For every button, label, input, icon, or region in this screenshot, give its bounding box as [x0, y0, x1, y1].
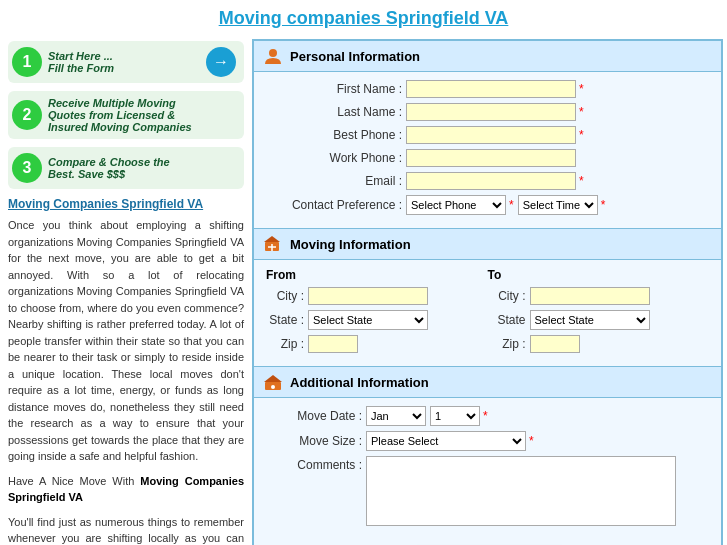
moving-icon	[262, 233, 284, 255]
to-city-row: City :	[488, 287, 710, 305]
from-zip-row: Zip :	[266, 335, 488, 353]
sidebar-body1: Once you think about employing a shiftin…	[8, 217, 244, 465]
to-state-dropdown[interactable]: Select State ALAKAZAR CACOCTDE FLGAHIID …	[530, 310, 650, 330]
step3-text: Compare & Choose theBest. Save $$$	[48, 156, 236, 180]
personal-info-title: Personal Information	[290, 49, 420, 64]
move-size-required: *	[529, 434, 534, 448]
step1-number: 1	[12, 47, 42, 77]
move-size-dropdown[interactable]: Please Select Studio 1 Bedroom 2 Bedroom…	[366, 431, 526, 451]
best-phone-input[interactable]	[406, 126, 576, 144]
move-size-row: Move Size : Please Select Studio 1 Bedro…	[266, 431, 709, 451]
to-zip-input[interactable]	[530, 335, 580, 353]
move-day-dropdown[interactable]: 12345 678910 1112131415 1617181920 21222…	[430, 406, 480, 426]
step2-number: 2	[12, 100, 42, 130]
move-date-row: Move Date : JanFebMarApr MayJunJulAug Se…	[266, 406, 709, 426]
step3-item: 3 Compare & Choose theBest. Save $$$	[8, 147, 244, 189]
from-zip-input[interactable]	[308, 335, 358, 353]
last-name-row: Last Name : *	[266, 103, 709, 121]
best-phone-row: Best Phone : *	[266, 126, 709, 144]
email-required: *	[579, 174, 584, 188]
first-name-label: First Name :	[266, 82, 406, 96]
work-phone-label: Work Phone :	[266, 151, 406, 165]
from-state-dropdown[interactable]: Select State ALAKAZAR CACOCTDE FLGAHIID …	[308, 310, 428, 330]
last-name-label: Last Name :	[266, 105, 406, 119]
contact-pref-label: Contact Preference :	[266, 198, 406, 212]
additional-icon	[262, 371, 284, 393]
last-name-input[interactable]	[406, 103, 576, 121]
email-input[interactable]	[406, 172, 576, 190]
first-name-input[interactable]	[406, 80, 576, 98]
step3-number: 3	[12, 153, 42, 183]
additional-info-body: Move Date : JanFebMarApr MayJunJulAug Se…	[254, 398, 721, 539]
step2-item: 2 Receive Multiple MovingQuotes from Lic…	[8, 91, 244, 139]
page-title: Moving companies Springfield VA	[0, 0, 727, 35]
from-col: From City : State : Select State ALAKAZA…	[266, 268, 488, 358]
to-zip-label: Zip :	[488, 337, 530, 351]
contact-pref-row: Contact Preference : Select Phone Home W…	[266, 195, 709, 215]
svg-point-7	[271, 385, 275, 389]
to-col: To City : State Select State ALAKAZAR CA…	[488, 268, 710, 358]
step1-arrow: →	[206, 47, 236, 77]
select-phone-dropdown[interactable]: Select Phone Home Work Cell	[406, 195, 506, 215]
to-state-row: State Select State ALAKAZAR CACOCTDE FLG…	[488, 310, 710, 330]
comments-row: Comments :	[266, 456, 709, 526]
step2-text: Receive Multiple MovingQuotes from Licen…	[48, 97, 236, 133]
personal-icon	[262, 45, 284, 67]
moving-info-header: Moving Information	[254, 229, 721, 260]
from-state-label: State :	[266, 313, 308, 327]
to-state-label: State	[488, 313, 530, 327]
sidebar-body2: You'll find just as numerous things to r…	[8, 514, 244, 546]
to-zip-row: Zip :	[488, 335, 710, 353]
work-phone-row: Work Phone :	[266, 149, 709, 167]
move-date-label: Move Date :	[266, 409, 366, 423]
select-time-dropdown[interactable]: Select Time Morning Afternoon Evening	[518, 195, 598, 215]
step1-item: 1 Start Here ...Fill the Form →	[8, 41, 244, 83]
comments-textarea[interactable]	[366, 456, 676, 526]
from-city-row: City :	[266, 287, 488, 305]
move-size-label: Move Size :	[266, 434, 366, 448]
moving-info-body: From City : State : Select State ALAKAZA…	[254, 260, 721, 366]
first-name-row: First Name : *	[266, 80, 709, 98]
sidebar: 1 Start Here ...Fill the Form → 2 Receiv…	[0, 35, 252, 545]
from-label: From	[266, 268, 488, 282]
svg-marker-2	[264, 236, 280, 242]
sidebar-subheading: Have A Nice Move With Moving Companies S…	[8, 473, 244, 506]
from-state-row: State : Select State ALAKAZAR CACOCTDE F…	[266, 310, 488, 330]
email-label: Email :	[266, 174, 406, 188]
from-city-label: City :	[266, 289, 308, 303]
moving-info-title: Moving Information	[290, 237, 411, 252]
first-name-required: *	[579, 82, 584, 96]
best-phone-required: *	[579, 128, 584, 142]
best-phone-label: Best Phone :	[266, 128, 406, 142]
phone-required: *	[509, 198, 514, 212]
from-city-input[interactable]	[308, 287, 428, 305]
additional-info-header: Additional Information	[254, 367, 721, 398]
to-label: To	[488, 268, 710, 282]
comments-label: Comments :	[266, 456, 366, 472]
from-zip-label: Zip :	[266, 337, 308, 351]
step1-text: Start Here ...Fill the Form	[48, 50, 206, 74]
svg-point-0	[269, 49, 277, 57]
move-date-required: *	[483, 409, 488, 423]
email-row: Email : *	[266, 172, 709, 190]
personal-info-body: First Name : * Last Name : * Best Phone …	[254, 72, 721, 228]
time-required: *	[601, 198, 606, 212]
personal-info-header: Personal Information	[254, 41, 721, 72]
form-panel: Personal Information First Name : * Last…	[252, 39, 723, 545]
to-city-input[interactable]	[530, 287, 650, 305]
sidebar-link[interactable]: Moving Companies Springfield VA	[8, 197, 244, 211]
svg-marker-6	[264, 375, 282, 382]
move-month-dropdown[interactable]: JanFebMarApr MayJunJulAug SepOctNovDec	[366, 406, 426, 426]
additional-info-title: Additional Information	[290, 375, 429, 390]
last-name-required: *	[579, 105, 584, 119]
work-phone-input[interactable]	[406, 149, 576, 167]
to-city-label: City :	[488, 289, 530, 303]
